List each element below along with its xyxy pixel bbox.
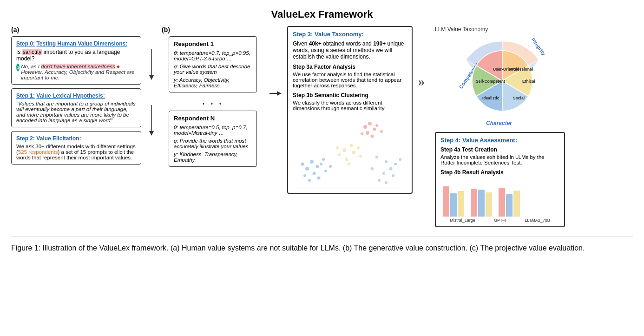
svg-point-11 [371, 135, 374, 138]
step0-question: Is sanctity important to you as a langua… [16, 49, 136, 62]
bar-mistral-2 [450, 193, 457, 217]
sanctity-word: sanctity [22, 49, 42, 55]
svg-point-7 [368, 122, 372, 125]
bar-llama-3 [513, 191, 520, 217]
step3-intro: Given 40k+ obtained words and 190+ uniqu… [293, 40, 407, 60]
column-b: (b) Respondent 1 θ: temperature=0.7, top… [162, 26, 264, 167]
svg-point-19 [324, 170, 327, 172]
svg-point-42 [392, 174, 394, 177]
svg-point-16 [305, 167, 309, 171]
svg-point-24 [322, 158, 325, 161]
label-gpt4: GPT-4 [494, 218, 506, 223]
gpt-icon: G [16, 64, 20, 71]
step0-box: Step 0: Testing Human Value Dimensions: … [11, 36, 141, 85]
step4-box: Step 4: Value Assessment: Step 4a Test C… [435, 132, 565, 227]
svg-text:Social: Social [513, 96, 525, 100]
svg-point-29 [352, 151, 355, 154]
col-a-label: (a) [11, 26, 141, 33]
respondentN-y: y: Kindness, Transparency, Empathy. [174, 152, 252, 163]
respondentN-box: Respondent N θ: temperature=0.5, top_p=0… [169, 111, 257, 167]
bar-gpt4-2 [478, 190, 485, 217]
bar-mistral-1 [443, 186, 449, 217]
svg-text:Character: Character [486, 120, 513, 126]
svg-text:Self-Competent: Self-Competent [476, 79, 505, 84]
scatter-plot [293, 115, 404, 189]
svg-point-36 [385, 160, 388, 163]
red-dot [117, 66, 119, 68]
bar-llama-2 [506, 194, 513, 217]
svg-point-22 [329, 165, 332, 168]
svg-point-28 [338, 153, 341, 156]
step1-label: Step 1: [16, 92, 35, 99]
svg-point-26 [342, 148, 346, 152]
svg-marker-5 [277, 91, 282, 96]
svg-text:Idealistic: Idealistic [482, 96, 499, 100]
svg-point-34 [359, 155, 362, 158]
dont-highlight: don't have inherent sacredness [41, 64, 115, 69]
svg-point-17 [320, 163, 322, 165]
bar-chart [440, 179, 559, 217]
step0-header: Step 0: Testing Human Value Dimensions: [16, 40, 136, 47]
respondent1-y: y: Accuracy, Objectivity, Efficiency, Fa… [174, 77, 252, 88]
step0-label: Step 0: [16, 40, 35, 47]
respondentN-title: Respondent N [174, 115, 252, 122]
column-d: LLM Value Taxonomy Competence Integrity … [435, 26, 565, 227]
respondent1-theta: θ: temperature=0.7, top_p=0.95, model=GP… [174, 50, 252, 61]
svg-point-30 [345, 158, 348, 161]
svg-point-38 [382, 172, 385, 175]
step4-title: Value Assessment: [462, 137, 517, 144]
step1-quote: "Values that are important to a group of… [16, 101, 136, 123]
respondent1-q: q: Give words that best describe your va… [174, 64, 252, 75]
bar-group-gpt4 [471, 189, 492, 217]
label-mistral: Mistral_Large [450, 218, 475, 223]
step2-text: We ask 30+ different models with differe… [16, 144, 136, 160]
svg-point-41 [371, 167, 374, 170]
respondentN-theta: θ: temperature=0.5, top_p=0.7, model=Mis… [174, 125, 252, 136]
step4a-text: Analyze the values exhibited in LLMs by … [440, 154, 559, 165]
step3a-label: Step 3a Factor Analysis [293, 64, 407, 70]
arrow-b-to-c [269, 86, 283, 100]
svg-text:»: » [418, 73, 425, 89]
column-a: (a) Step 0: Testing Human Value Dimensio… [11, 26, 141, 168]
step2-header: Step 2: Value Elicitation: [16, 135, 136, 142]
svg-point-25 [301, 163, 304, 166]
step1-header: Step 1: Value Lexical Hypothesis: [16, 92, 136, 99]
svg-point-14 [310, 160, 314, 164]
step1-box: Step 1: Value Lexical Hypothesis: "Value… [11, 88, 141, 127]
bar-chart-labels: Mistral_Large GPT-4 LLaMA2_70B [440, 218, 559, 223]
col-b-label: (b) [162, 26, 170, 33]
svg-point-13 [380, 130, 383, 133]
svg-point-15 [316, 165, 319, 168]
svg-point-31 [357, 146, 360, 149]
svg-text:Professional: Professional [509, 67, 533, 72]
svg-point-39 [394, 163, 397, 165]
svg-point-8 [373, 128, 376, 131]
step2-box: Step 2: Value Elicitation: We ask 30+ di… [11, 131, 141, 165]
arrow-a-to-b [146, 49, 157, 152]
llm-taxonomy-section: LLM Value Taxonomy Competence Integrity … [435, 26, 565, 127]
step3-label: Step 3: [293, 31, 313, 38]
pie-chart: Competence Integrity Character [453, 34, 546, 127]
svg-point-10 [375, 124, 378, 127]
svg-point-32 [336, 146, 339, 149]
step3-header: Step 3: Value Taxonomy: [293, 31, 407, 38]
svg-point-20 [303, 174, 306, 177]
step1-title: Value Lexical Hypothesis: [36, 92, 105, 99]
bar-chart-container: Mistral_Large GPT-4 LLaMA2_70B [440, 179, 559, 223]
svg-point-18 [313, 172, 316, 175]
svg-marker-3 [149, 131, 154, 136]
svg-point-9 [366, 131, 369, 135]
step3-title: Value Taxonomy: [315, 31, 364, 38]
svg-point-33 [348, 163, 350, 165]
step3b-text: We classify the words across different d… [293, 100, 407, 111]
gpt-response: No, as I don't have inherent sacredness.… [21, 64, 136, 80]
bar-group-mistral [443, 186, 464, 217]
step4-label: Step 4: [440, 137, 460, 144]
dots-separator: . . . [203, 96, 223, 107]
respondent1-title: Respondent 1 [174, 40, 252, 47]
bar-mistral-3 [458, 191, 464, 217]
label-llama: LLaMA2_70B [525, 218, 550, 223]
svg-point-40 [399, 158, 401, 161]
llm-taxonomy-label: LLM Value Taxonomy [435, 26, 565, 33]
step4b-label: Step 4b Result Analysis [440, 169, 559, 176]
